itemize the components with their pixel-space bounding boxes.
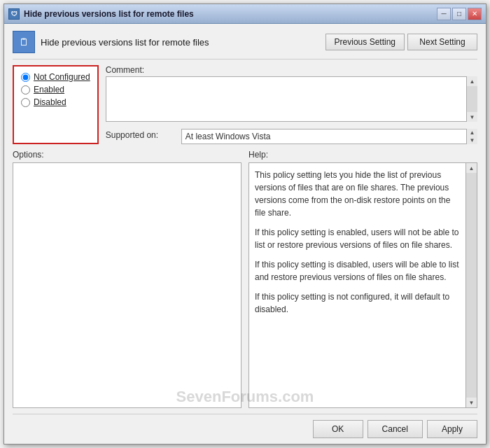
comment-label: Comment:: [106, 65, 477, 75]
radio-not-configured-input[interactable]: [21, 73, 30, 82]
content-area: 🗒 Hide previous versions list for remote…: [4, 24, 486, 444]
window-icon: 🛡: [8, 8, 20, 20]
help-text: This policy setting lets you hide the li…: [255, 169, 460, 316]
help-paragraph: This policy setting lets you hide the li…: [255, 169, 460, 219]
help-scroll-track: [466, 173, 477, 398]
radio-not-configured-label[interactable]: Not Configured: [34, 72, 90, 82]
comment-scroll-track: [467, 86, 477, 112]
close-button[interactable]: ✕: [468, 8, 482, 20]
help-paragraph: If this policy setting is disabled, user…: [255, 258, 460, 284]
title-controls: ─ □ ✕: [437, 8, 482, 20]
main-window: 🛡 Hide previous versions list for remote…: [4, 4, 486, 444]
page-title-row: 🗒 Hide previous versions list for remote…: [13, 31, 209, 53]
radio-group: Not Configured Enabled Disabled: [13, 65, 99, 144]
middle-section: Not Configured Enabled Disabled Comment:: [13, 65, 477, 144]
help-content: This policy setting lets you hide the li…: [249, 163, 477, 407]
comment-scrollbar: ▲ ▼: [466, 76, 477, 122]
radio-enabled-label[interactable]: Enabled: [34, 85, 64, 94]
help-scroll-up[interactable]: ▲: [466, 163, 477, 173]
help-box: This policy setting lets you hide the li…: [248, 162, 477, 408]
options-help-section: Options: Help: This policy setting lets …: [13, 150, 477, 408]
supported-scroll-up[interactable]: ▲: [467, 129, 477, 136]
radio-not-configured[interactable]: Not Configured: [21, 71, 90, 83]
supported-scrollbar: ▲ ▼: [466, 129, 477, 144]
page-icon: 🗒: [13, 31, 35, 53]
minimize-button[interactable]: ─: [437, 8, 451, 20]
comment-textarea[interactable]: [106, 76, 477, 122]
options-label: Options:: [13, 150, 241, 160]
radio-disabled[interactable]: Disabled: [21, 96, 90, 108]
nav-buttons: Previous Setting Next Setting: [326, 34, 477, 50]
radio-enabled[interactable]: Enabled: [21, 83, 90, 96]
title-bar: 🛡 Hide previous versions list for remote…: [4, 4, 486, 24]
comment-scroll-up[interactable]: ▲: [467, 76, 477, 86]
help-paragraph: If this policy setting is not configured…: [255, 290, 460, 316]
supported-row: Supported on: At least Windows Vista ▲ ▼: [106, 129, 477, 144]
supported-value-text: At least Windows Vista: [186, 132, 271, 141]
supported-value: At least Windows Vista: [181, 129, 477, 144]
options-box: [13, 162, 241, 408]
next-setting-button[interactable]: Next Setting: [407, 34, 477, 50]
apply-button[interactable]: Apply: [427, 420, 477, 438]
previous-setting-button[interactable]: Previous Setting: [326, 34, 405, 50]
help-label: Help:: [248, 150, 477, 160]
comment-section: Comment: ▲ ▼: [106, 65, 477, 122]
window-title: Hide previous versions list for remote f…: [24, 9, 194, 19]
options-panel: Options:: [13, 150, 241, 408]
cancel-button[interactable]: Cancel: [368, 420, 423, 438]
help-panel: Help: This policy setting lets you hide …: [248, 150, 477, 408]
help-paragraph: If this policy setting is enabled, users…: [255, 226, 460, 251]
ok-button[interactable]: OK: [313, 420, 363, 438]
comment-scroll-down[interactable]: ▼: [467, 112, 477, 122]
title-bar-text: 🛡 Hide previous versions list for remote…: [8, 8, 194, 20]
help-scrollbar: ▲ ▼: [465, 163, 477, 407]
help-scroll-down[interactable]: ▼: [466, 398, 477, 407]
supported-label: Supported on:: [106, 129, 176, 140]
radio-disabled-label[interactable]: Disabled: [34, 97, 66, 107]
maximize-button[interactable]: □: [452, 8, 466, 20]
top-section: 🗒 Hide previous versions list for remote…: [13, 31, 477, 59]
radio-enabled-input[interactable]: [21, 85, 30, 94]
supported-scroll-down[interactable]: ▼: [467, 136, 477, 144]
page-title: Hide previous versions list for remote f…: [41, 37, 209, 48]
radio-disabled-input[interactable]: [21, 98, 30, 107]
bottom-buttons: OK Cancel Apply: [13, 414, 477, 438]
